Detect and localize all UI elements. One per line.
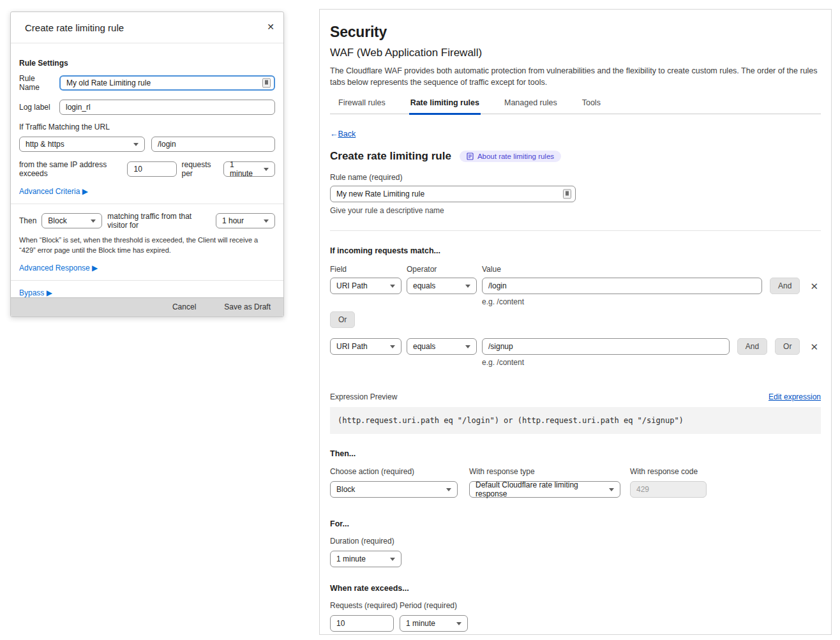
rule-name-label: Rule Name bbox=[19, 74, 54, 92]
operator-select[interactable]: equals bbox=[407, 278, 477, 294]
choose-action-label: Choose action (required) bbox=[330, 467, 458, 476]
chevron-down-icon bbox=[390, 345, 395, 348]
value-input[interactable] bbox=[482, 338, 730, 355]
period-select[interactable]: 1 minute bbox=[400, 615, 468, 632]
condition-column-labels: Field Operator Value bbox=[330, 265, 821, 274]
response-type-label: With response type bbox=[469, 467, 620, 476]
response-type-select[interactable]: Default Cloudflare rate limiting respons… bbox=[469, 481, 620, 498]
chevron-down-icon bbox=[133, 143, 139, 146]
page-subtitle: WAF (Web Application Firewall) bbox=[330, 47, 821, 59]
autofill-icon bbox=[262, 78, 271, 88]
then-section-heading: Then... bbox=[330, 449, 821, 458]
ban-duration-select[interactable]: 1 hour bbox=[216, 213, 275, 228]
condition-row: URI Path equals And ✕ bbox=[330, 278, 821, 294]
operator-select[interactable]: equals bbox=[407, 338, 477, 355]
chevron-down-icon bbox=[465, 345, 470, 348]
url-match-row: http & https bbox=[19, 137, 275, 152]
back-label: Back bbox=[338, 130, 356, 138]
period-label: Period (required) bbox=[400, 601, 457, 610]
back-arrow-icon: ← bbox=[330, 130, 338, 138]
scheme-select[interactable]: http & https bbox=[19, 137, 145, 152]
close-icon[interactable]: ✕ bbox=[267, 22, 274, 31]
field-select[interactable]: URI Path bbox=[330, 278, 401, 294]
requests-input[interactable] bbox=[127, 161, 177, 177]
then-row: Then Block matching traffic from that vi… bbox=[19, 212, 275, 230]
requests-input[interactable] bbox=[330, 615, 394, 632]
back-link[interactable]: ←Back bbox=[330, 130, 821, 138]
rule-name-helper: Give your rule a descriptive name bbox=[330, 206, 821, 215]
dialog-footer: Cancel Save as Draft bbox=[11, 297, 283, 316]
rule-name-row: Rule Name bbox=[19, 74, 275, 92]
block-note: When “Block” is set, when the threshold … bbox=[19, 235, 275, 256]
operator-column-label: Operator bbox=[407, 265, 477, 274]
save-as-draft-button[interactable]: Save as Draft bbox=[224, 302, 271, 311]
value-helper: e.g. /content bbox=[482, 297, 821, 306]
or-button[interactable]: Or bbox=[330, 311, 355, 328]
create-rate-limiting-rule-dialog: Create rate limiting rule ✕ Rule Setting… bbox=[10, 11, 284, 317]
rule-name-input[interactable] bbox=[59, 75, 275, 91]
chevron-down-icon bbox=[264, 220, 269, 223]
rate-section-heading: When rate exceeds... bbox=[330, 584, 821, 593]
tab-firewall-rules[interactable]: Firewall rules bbox=[337, 98, 387, 115]
value-helper: e.g. /content bbox=[482, 358, 821, 367]
then-label: Then bbox=[19, 216, 36, 225]
url-input[interactable] bbox=[151, 137, 275, 152]
dialog-title: Create rate limiting rule bbox=[25, 22, 124, 33]
remove-condition-icon[interactable]: ✕ bbox=[810, 281, 818, 291]
and-button[interactable]: And bbox=[770, 278, 800, 294]
and-button[interactable]: And bbox=[737, 338, 767, 355]
doc-icon bbox=[467, 153, 474, 160]
field-column-label: Field bbox=[330, 265, 401, 274]
threshold-prefix-label: from the same IP address exceeds bbox=[19, 160, 123, 178]
condition-row: URI Path equals And Or ✕ bbox=[330, 338, 821, 355]
requests-label: Requests (required) bbox=[330, 601, 400, 610]
page-description: The Cloudflare WAF provides both automat… bbox=[330, 65, 819, 88]
divider bbox=[11, 204, 283, 204]
then-middle-label: matching traffic from that visitor for bbox=[107, 212, 211, 230]
choose-action-select[interactable]: Block bbox=[330, 481, 458, 498]
duration-select[interactable]: 1 minute bbox=[330, 551, 401, 567]
chevron-down-icon bbox=[456, 622, 461, 625]
cancel-button[interactable]: Cancel bbox=[172, 302, 196, 311]
expression-code: (http.request.uri.path eq "/login") or (… bbox=[330, 407, 821, 434]
badge-label: About rate limiting rules bbox=[477, 153, 554, 160]
chevron-down-icon bbox=[609, 488, 614, 491]
expression-preview-label: Expression Preview bbox=[330, 392, 397, 401]
chevron-down-icon bbox=[390, 285, 395, 288]
remove-condition-icon[interactable]: ✕ bbox=[810, 342, 818, 352]
about-rate-limiting-rules-badge[interactable]: About rate limiting rules bbox=[460, 151, 561, 162]
rule-name-label: Rule name (required) bbox=[330, 173, 821, 182]
match-section-heading: If incoming requests match... bbox=[330, 246, 821, 255]
advanced-response-link[interactable]: Advanced Response ▶ bbox=[19, 264, 275, 272]
action-select[interactable]: Block bbox=[41, 213, 102, 228]
dialog-header: Create rate limiting rule ✕ bbox=[11, 12, 283, 43]
log-label-row: Log label bbox=[19, 100, 275, 115]
field-select[interactable]: URI Path bbox=[330, 338, 401, 355]
for-section-heading: For... bbox=[330, 519, 821, 528]
value-column-label: Value bbox=[482, 265, 501, 274]
response-code-input bbox=[630, 481, 707, 498]
threshold-row: from the same IP address exceeds request… bbox=[19, 160, 275, 178]
edit-expression-link[interactable]: Edit expression bbox=[769, 392, 821, 401]
response-code-label: With response code bbox=[630, 467, 707, 476]
waf-rate-limiting-panel: Security WAF (Web Application Firewall) … bbox=[319, 9, 832, 635]
page-title: Security bbox=[330, 24, 821, 41]
tab-rate-limiting-rules[interactable]: Rate limiting rules bbox=[409, 98, 481, 115]
rule-name-input[interactable] bbox=[330, 186, 576, 202]
advanced-criteria-link[interactable]: Advanced Criteria ▶ bbox=[19, 187, 275, 196]
log-label-input[interactable] bbox=[59, 100, 275, 115]
duration-label: Duration (required) bbox=[330, 537, 821, 546]
traffic-match-label: If Traffic Matching the URL bbox=[19, 123, 275, 131]
waf-tabs: Firewall rules Rate limiting rules Manag… bbox=[330, 98, 821, 114]
tab-managed-rules[interactable]: Managed rules bbox=[503, 98, 559, 115]
or-button[interactable]: Or bbox=[775, 338, 800, 355]
create-rule-heading: Create rate limiting rule bbox=[330, 150, 451, 163]
threshold-middle-label: requests per bbox=[181, 160, 219, 178]
chevron-down-icon bbox=[446, 488, 451, 491]
period-select[interactable]: 1 minute bbox=[223, 161, 275, 177]
bypass-link[interactable]: Bypass ▶ bbox=[19, 288, 275, 297]
autofill-icon bbox=[563, 190, 571, 199]
tab-tools[interactable]: Tools bbox=[581, 98, 602, 115]
value-input[interactable] bbox=[482, 278, 762, 294]
chevron-down-icon bbox=[465, 285, 470, 288]
